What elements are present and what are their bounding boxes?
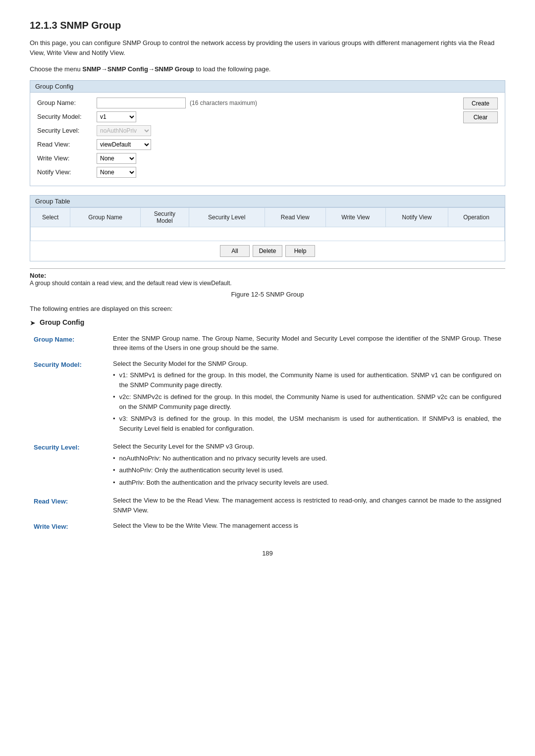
section-arrow-item: ➤ Group Config — [30, 318, 505, 327]
group-name-hint: (16 characters maximum) — [190, 100, 257, 106]
page-number: 189 — [30, 550, 505, 557]
note-section: Note: A group should contain a read view… — [30, 268, 505, 287]
desc-def-group-name: Enter the SNMP Group name. The Group Nam… — [109, 331, 505, 356]
security-model-value: v1 v2c v3 — [97, 111, 136, 122]
bullet-noauthnopriv: noAuthNoPriv: No authentication and no p… — [113, 454, 501, 463]
group-table: Select Group Name SecurityModel Security… — [30, 207, 505, 241]
security-level-label: Security Level: — [37, 127, 97, 134]
desc-def-write-view: Select the View to be the Write View. Th… — [109, 518, 505, 535]
security-model-label: Security Model: — [37, 113, 97, 120]
security-level-bullets: noAuthNoPriv: No authentication and no p… — [113, 452, 501, 488]
note-text: A group should contain a read view, and … — [30, 280, 232, 287]
figure-caption: Figure 12-5 SNMP Group — [30, 291, 505, 298]
bullet-v2c: v2c: SNMPv2c is defined for the group. I… — [113, 392, 501, 411]
security-model-select[interactable]: v1 v2c v3 — [97, 111, 136, 122]
table-actions: All Delete Help — [30, 241, 505, 261]
write-view-select[interactable]: None viewDefault — [97, 153, 136, 164]
col-group-name: Group Name — [70, 207, 141, 227]
col-security-model: SecurityModel — [140, 207, 189, 227]
clear-button[interactable]: Clear — [463, 111, 498, 123]
write-view-value: None viewDefault — [97, 153, 136, 164]
security-level-value: noAuthNoPriv authNoPriv authPriv — [97, 125, 151, 136]
bullet-authpriv: authPriv: Both the authentication and th… — [113, 478, 501, 488]
col-security-level: Security Level — [189, 207, 265, 227]
table-row-empty — [31, 227, 505, 241]
col-operation: Operation — [448, 207, 505, 227]
create-button[interactable]: Create — [463, 98, 498, 109]
write-view-row: Write View: None viewDefault — [37, 153, 498, 164]
group-config-box: Group Config Group Name: (16 characters … — [30, 80, 505, 186]
desc-term-group-name: Group Name: — [30, 331, 109, 356]
security-model-bullets: v1: SNMPv1 is defined for the group. In … — [113, 368, 501, 433]
security-level-select[interactable]: noAuthNoPriv authNoPriv authPriv — [97, 125, 151, 136]
arrow-symbol: ➤ — [30, 319, 36, 327]
bullet-v1: v1: SNMPv1 is defined for the group. In … — [113, 370, 501, 390]
group-name-label: Group Name: — [37, 99, 97, 106]
desc-term-security-level: Security Level: — [30, 439, 109, 493]
section-title: Group Config — [40, 318, 84, 326]
desc-row-read-view: Read View: Select the View to be the Rea… — [30, 493, 505, 518]
group-name-row: Group Name: (16 characters maximum) — [37, 98, 498, 108]
config-buttons: Create Clear — [463, 98, 498, 123]
desc-term-security-model: Security Model: — [30, 356, 109, 439]
desc-term-write-view: Write View: — [30, 518, 109, 535]
desc-row-group-name: Group Name: Enter the SNMP Group name. T… — [30, 331, 505, 356]
notify-view-select[interactable]: None viewDefault — [97, 167, 136, 178]
description-table: Group Name: Enter the SNMP Group name. T… — [30, 331, 505, 535]
group-config-header: Group Config — [30, 81, 505, 93]
group-config-body: Group Name: (16 characters maximum) Secu… — [30, 93, 505, 186]
menu-instruction: Choose the menu SNMP→SNMP Config→SNMP Gr… — [30, 64, 505, 74]
group-table-box: Group Table Select Group Name SecurityMo… — [30, 195, 505, 261]
desc-row-security-level: Security Level: Select the Security Leve… — [30, 439, 505, 493]
notify-view-row: Notify View: None viewDefault — [37, 167, 498, 178]
menu-instruction-pre: Choose the menu — [30, 65, 82, 73]
col-write-view: Write View — [325, 207, 385, 227]
col-read-view: Read View — [265, 207, 325, 227]
security-model-row: Security Model: v1 v2c v3 — [37, 111, 498, 122]
bullet-v3: v3: SNMPv3 is defined for the group. In … — [113, 414, 501, 433]
desc-intro: The following entries are displayed on t… — [30, 305, 505, 312]
all-button[interactable]: All — [220, 245, 250, 257]
notify-view-label: Notify View: — [37, 168, 97, 176]
desc-term-read-view: Read View: — [30, 493, 109, 518]
delete-button[interactable]: Delete — [253, 245, 282, 257]
col-select: Select — [31, 207, 70, 227]
desc-row-write-view: Write View: Select the View to be the Wr… — [30, 518, 505, 535]
read-view-label: Read View: — [37, 141, 97, 148]
bullet-authnopriv: authNoPriv: Only the authentication secu… — [113, 465, 501, 475]
desc-def-security-level: Select the Security Level for the SNMP v… — [109, 439, 505, 493]
write-view-label: Write View: — [37, 154, 97, 162]
intro-text: On this page, you can configure SNMP Gro… — [30, 38, 505, 57]
group-name-input[interactable] — [97, 98, 186, 108]
help-button[interactable]: Help — [285, 245, 315, 257]
read-view-row: Read View: viewDefault None — [37, 139, 498, 150]
note-label: Note: — [30, 272, 46, 279]
security-level-row: Security Level: noAuthNoPriv authNoPriv … — [37, 125, 498, 136]
page-title: 12.1.3 SNMP Group — [30, 20, 505, 31]
desc-row-security-model: Security Model: Select the Security Mode… — [30, 356, 505, 439]
read-view-value: viewDefault None — [97, 139, 151, 150]
desc-def-security-model: Select the Security Model for the SNMP G… — [109, 356, 505, 439]
desc-def-read-view: Select the View to be the Read View. The… — [109, 493, 505, 518]
group-table-header: Group Table — [30, 196, 505, 207]
group-name-value: (16 characters maximum) — [97, 98, 257, 108]
read-view-select[interactable]: viewDefault None — [97, 139, 151, 150]
menu-instruction-post: to load the following page. — [194, 65, 271, 73]
menu-instruction-bold: SNMP→SNMP Config→SNMP Group — [82, 65, 194, 73]
notify-view-value: None viewDefault — [97, 167, 136, 178]
col-notify-view: Notify View — [385, 207, 448, 227]
